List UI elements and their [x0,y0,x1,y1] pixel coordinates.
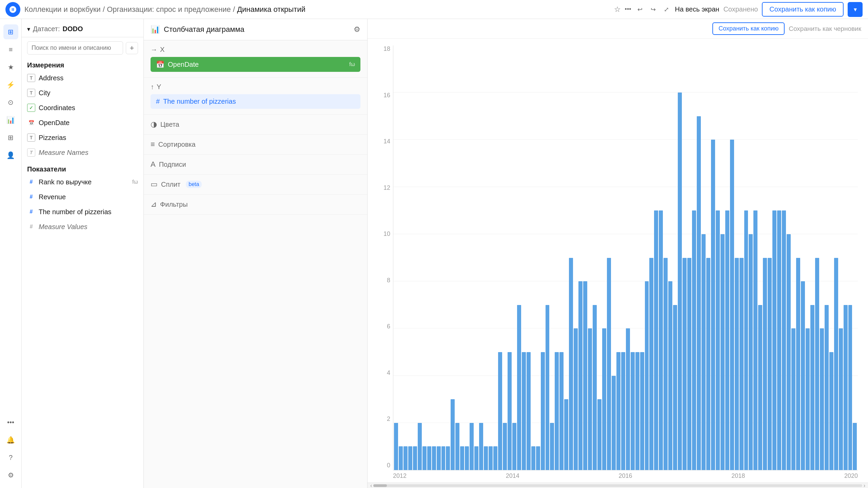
bar-item[interactable] [607,258,611,470]
bar-item[interactable] [612,376,616,470]
bar-item[interactable] [635,352,639,470]
bar-item[interactable] [730,140,734,470]
nav-lightning[interactable]: ⚡ [3,77,18,92]
bar-item[interactable] [597,399,601,470]
bar-item[interactable] [711,140,715,470]
bar-item[interactable] [706,258,710,470]
bar-item[interactable] [616,352,620,470]
bar-item[interactable] [768,258,772,470]
bar-item[interactable] [432,446,436,470]
bar-item[interactable] [588,328,592,470]
bar-item[interactable] [825,305,829,470]
bar-item[interactable] [772,210,776,470]
bar-item[interactable] [631,352,635,470]
bar-item[interactable] [489,446,493,470]
bar-item[interactable] [763,258,767,470]
field-city[interactable]: T City [22,85,143,100]
field-pizzerias[interactable]: T Pizzerias [22,130,143,145]
bar-item[interactable] [441,446,446,470]
nav-connect[interactable]: ⊙ [3,95,18,110]
save-dropdown-button[interactable]: ▾ [848,2,863,17]
bar-item[interactable] [844,305,848,470]
bar-item[interactable] [418,423,422,470]
bar-item[interactable] [536,446,540,470]
bar-item[interactable] [678,93,682,470]
bar-item[interactable] [403,446,408,470]
bar-item[interactable] [810,305,814,470]
bar-item[interactable] [527,352,531,470]
bar-item[interactable] [744,210,748,470]
search-input[interactable] [27,41,123,55]
bar-item[interactable] [645,281,649,470]
bar-item[interactable] [815,258,819,470]
field-address[interactable]: T Address [22,70,143,85]
bar-item[interactable] [782,210,786,470]
scroll-left-arrow[interactable]: ‹ [369,483,373,488]
bar-item[interactable] [559,352,564,470]
bar-item[interactable] [583,281,587,470]
field-measure-names[interactable]: T Measure Names [22,145,143,160]
bar-item[interactable] [621,352,625,470]
bar-item[interactable] [725,210,729,470]
bar-item[interactable] [498,352,502,470]
y-axis-chip[interactable]: # The number of pizzerias [151,94,360,109]
bar-item[interactable] [787,234,791,470]
bar-item[interactable] [474,446,478,470]
bar-item[interactable] [749,234,753,470]
nav-bell[interactable]: 🔔 [3,432,18,447]
bar-item[interactable] [455,423,459,470]
bar-item[interactable] [399,446,403,470]
more-icon[interactable]: ••• [625,6,631,13]
bar-item[interactable] [716,210,720,470]
undo-button[interactable]: ↩ [635,4,645,15]
bar-item[interactable] [739,258,744,470]
nav-chart[interactable]: 📊 [3,113,18,127]
bar-item[interactable] [578,281,583,470]
chevron-icon[interactable]: ▾ [27,25,30,33]
bar-item[interactable] [626,328,630,470]
bar-item[interactable] [451,399,455,470]
field-number-pizzerias[interactable]: # The number of pizzerias [22,204,143,219]
field-coordinates[interactable]: ✓ Coordinates [22,100,143,115]
save-copy-button-2[interactable]: Сохранить как копию [712,22,785,35]
field-revenue[interactable]: # Revenue [22,189,143,204]
bar-item[interactable] [735,258,739,470]
bar-item[interactable] [806,328,810,470]
bar-item[interactable] [508,352,512,470]
bar-item[interactable] [673,305,677,470]
bar-item[interactable] [541,352,545,470]
bar-item[interactable] [569,258,573,470]
redo-button[interactable]: ↪ [649,4,658,15]
bar-item[interactable] [555,352,559,470]
bar-item[interactable] [697,116,701,470]
bar-item[interactable] [394,423,398,470]
nav-grid[interactable]: ⊞ [3,24,18,39]
add-field-button[interactable]: + [126,42,138,54]
bar-item[interactable] [753,210,757,470]
bar-item[interactable] [654,210,658,470]
bar-item[interactable] [427,446,431,470]
bar-item[interactable] [564,399,568,470]
bottom-scrollbar[interactable]: ‹ › [368,483,868,488]
nav-layers[interactable]: ≡ [3,42,18,57]
bar-item[interactable] [479,423,483,470]
x-axis-chip[interactable]: 📅 OpenDate fω [151,57,360,72]
bar-item[interactable] [422,446,427,470]
bar-item[interactable] [801,281,805,470]
field-measure-values[interactable]: # Measure Values [22,219,143,234]
bar-item[interactable] [574,328,578,470]
bar-item[interactable] [777,210,781,470]
bar-item[interactable] [758,305,762,470]
bar-item[interactable] [853,423,857,470]
nav-settings[interactable]: ⚙ [3,468,18,483]
bar-item[interactable] [503,423,507,470]
scroll-right-arrow[interactable]: › [862,483,867,488]
bar-item[interactable] [517,305,521,470]
bar-item[interactable] [640,352,644,470]
bar-item[interactable] [848,305,852,470]
bar-item[interactable] [649,258,653,470]
chart-settings-icon[interactable]: ⚙ [354,25,360,34]
bar-item[interactable] [668,281,672,470]
bar-item[interactable] [659,210,663,470]
field-opendate[interactable]: 📅 OpenDate [22,115,143,130]
